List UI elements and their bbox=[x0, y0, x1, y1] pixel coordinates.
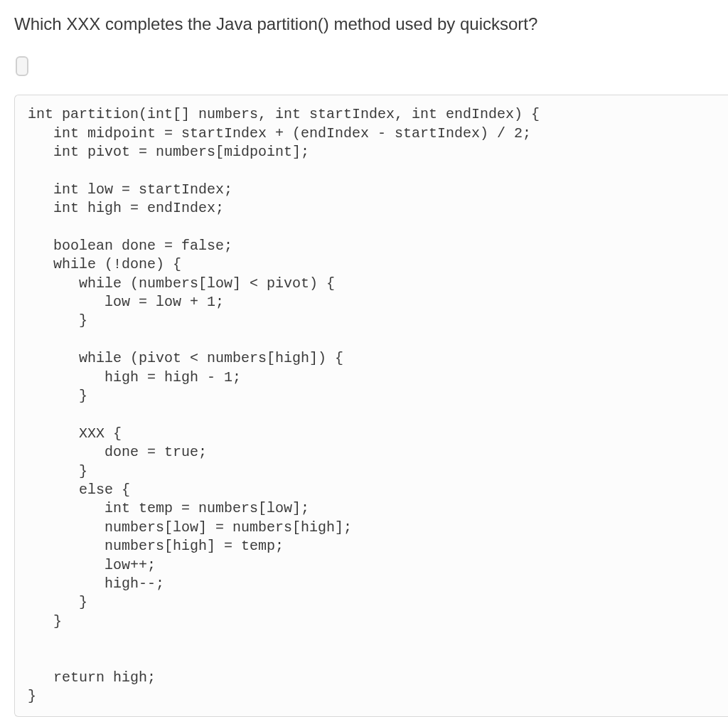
answer-option-marker[interactable] bbox=[16, 56, 28, 76]
code-block: int partition(int[] numbers, int startIn… bbox=[14, 95, 728, 717]
question-text: Which XXX completes the Java partition()… bbox=[14, 13, 728, 35]
